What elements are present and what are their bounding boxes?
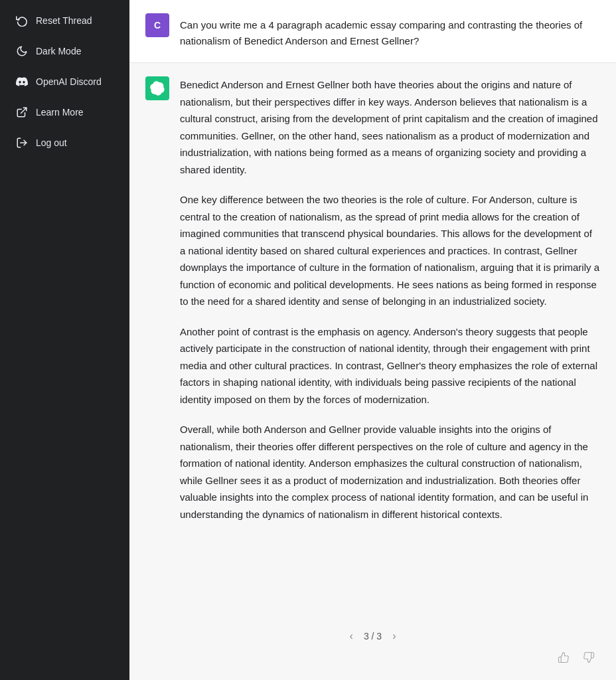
sidebar-item-label: Dark Mode	[36, 46, 81, 56]
logout-icon	[16, 137, 28, 149]
ai-paragraph-2: One key difference between the two theor…	[180, 191, 600, 310]
moon-icon	[16, 45, 28, 57]
feedback-area	[145, 649, 600, 669]
ai-paragraph-4: Overall, while both Anderson and Gellner…	[180, 421, 600, 523]
svg-line-0	[21, 108, 27, 113]
thumbs-down-button[interactable]	[580, 649, 597, 669]
thumbs-up-button[interactable]	[555, 649, 572, 669]
main-content: C Can you write me a 4 paragraph academi…	[129, 0, 616, 680]
sidebar-item-label: Log out	[36, 137, 67, 148]
sidebar-item-label: OpenAI Discord	[36, 76, 102, 87]
reset-icon	[16, 15, 28, 27]
user-message-container: C Can you write me a 4 paragraph academi…	[129, 0, 616, 63]
user-avatar: C	[145, 13, 169, 37]
ai-paragraph-3: Another point of contrast is the emphasi…	[180, 323, 600, 408]
sidebar-item-dark-mode[interactable]: Dark Mode	[5, 37, 124, 65]
pagination-text: 3 / 3	[364, 631, 382, 641]
ai-paragraph-1: Benedict Anderson and Ernest Gellner bot…	[180, 76, 600, 178]
ai-avatar	[145, 76, 169, 100]
sidebar-item-learn-more[interactable]: Learn More	[5, 98, 124, 126]
pagination-controls: ‹ 3 / 3 ›	[347, 629, 399, 643]
ai-message-content: Benedict Anderson and Ernest Gellner bot…	[180, 76, 600, 523]
learn-icon	[16, 106, 28, 118]
discord-icon	[16, 76, 28, 88]
pagination-area: ‹ 3 / 3 ›	[129, 622, 616, 680]
pagination-next-button[interactable]: ›	[390, 629, 398, 643]
sidebar-item-reset-thread[interactable]: Reset Thread	[5, 7, 124, 35]
sidebar-item-discord[interactable]: OpenAI Discord	[5, 68, 124, 96]
pagination-prev-button[interactable]: ‹	[347, 629, 356, 643]
user-message-text: Can you write me a 4 paragraph academic …	[180, 13, 600, 49]
sidebar: Reset Thread Dark Mode OpenAI Discord Le…	[0, 0, 129, 680]
sidebar-item-label: Learn More	[36, 107, 84, 118]
ai-message-container: Benedict Anderson and Ernest Gellner bot…	[129, 63, 616, 622]
sidebar-item-label: Reset Thread	[36, 15, 92, 26]
sidebar-item-logout[interactable]: Log out	[5, 129, 124, 157]
